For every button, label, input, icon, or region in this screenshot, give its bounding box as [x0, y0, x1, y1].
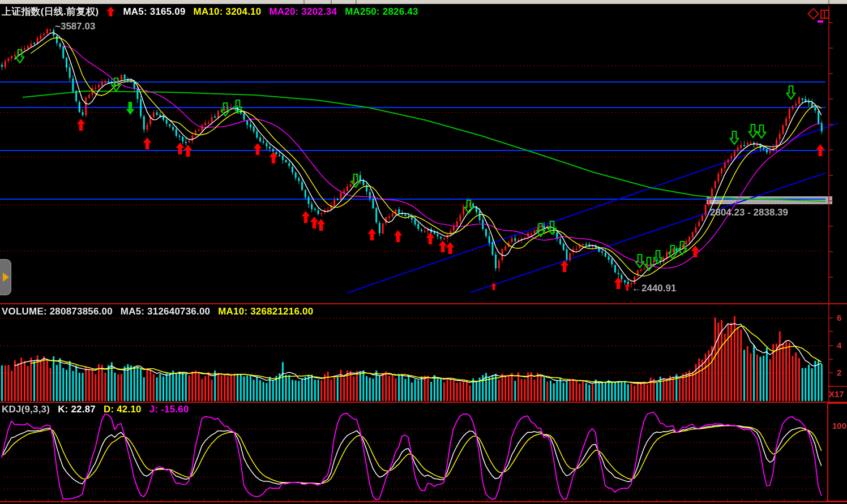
kdj-d-label: D: 42.10 [104, 404, 142, 415]
magenta-marker-icon[interactable] [818, 20, 823, 23]
kdj-k-label: K: 22.87 [58, 404, 96, 415]
kdj-j-label: J: -15.60 [149, 404, 189, 415]
strip-notch [331, 0, 332, 4]
ma10-value-label: MA10: 3204.10 [194, 6, 262, 18]
sidebar-expand-handle[interactable] [0, 259, 11, 295]
buy-signal-arrow-icon [106, 7, 115, 16]
ma250-value-label: MA250: 2826.43 [345, 6, 418, 18]
ma20-value-label: MA20: 3202.34 [269, 6, 337, 18]
kdj-axis-tick-100: 100 [832, 421, 846, 430]
volume-axis-tick-2: 2 [837, 368, 841, 377]
volume-scale-label: X17 [829, 389, 844, 399]
volume-axis-tick-4: 4 [837, 341, 841, 350]
ma5-value-label: MA5: 3165.09 [123, 6, 185, 18]
kdj-params-label: KDJ(9,3,3) [2, 404, 50, 415]
split-window-icon-divider [824, 11, 825, 18]
split-window-icon[interactable] [820, 10, 829, 19]
strip-notch [303, 0, 305, 4]
peak-price-label: ~3587.03 [55, 21, 95, 32]
low-price-label: ←2440.91 [632, 283, 676, 294]
gap-range-label: 2804.23 - 2838.39 [710, 207, 788, 218]
chart-canvas[interactable] [0, 0, 847, 504]
kdj-pane-header: KDJ(9,3,3) K: 22.87 D: 42.10 J: -15.60 [2, 404, 189, 415]
volume-value-label: VOLUME: 280873856.00 [2, 306, 113, 317]
strip-notch [828, 0, 829, 4]
stock-chart-window: 上证指数(日线.前复权) MA5: 3165.09 MA10: 3204.10 … [0, 0, 847, 504]
strip-notch [356, 0, 357, 4]
chart-title: 上证指数(日线.前复权) [2, 5, 99, 18]
volume-axis-tick-6: 6 [837, 313, 841, 322]
window-edge-strip [0, 0, 847, 4]
volume-ma10-label: MA10: 326821216.00 [218, 306, 313, 317]
volume-ma5-label: MA5: 312640736.00 [121, 306, 210, 317]
volume-pane-header: VOLUME: 280873856.00 MA5: 312640736.00 M… [2, 306, 313, 317]
expand-arrow-icon [3, 273, 9, 282]
peak-leader-glyph: ~ [55, 21, 61, 32]
main-pane-header: 上证指数(日线.前复权) MA5: 3165.09 MA10: 3204.10 … [2, 5, 418, 18]
